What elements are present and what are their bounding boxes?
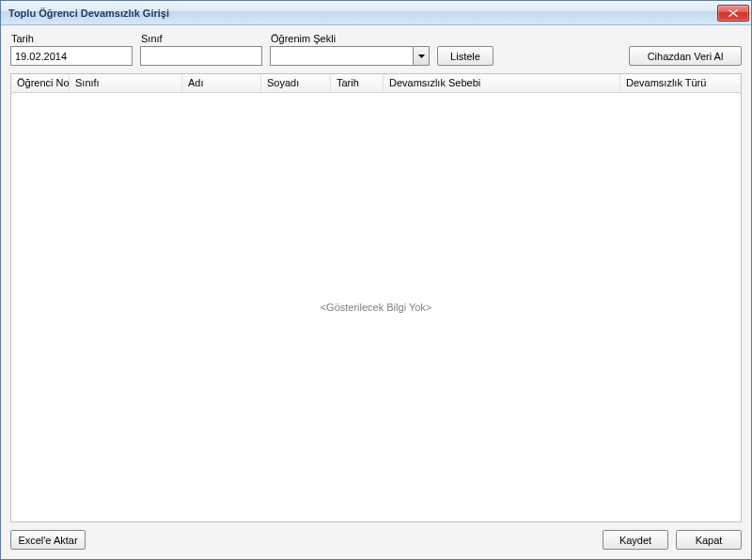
export-excel-button[interactable]: Excel'e Aktar <box>10 530 86 550</box>
col-absence-reason[interactable]: Devamsızlık Sebebi <box>384 74 620 92</box>
col-student-no[interactable]: Öğrenci No <box>11 74 70 92</box>
education-type-dropdown-button[interactable] <box>413 47 429 65</box>
col-absence-type[interactable]: Devamsızlık Türü <box>620 74 741 92</box>
education-type-label: Öğrenim Şekli <box>270 33 430 44</box>
close-button[interactable]: Kapat <box>676 530 742 550</box>
col-last-name[interactable]: Soyadı <box>261 74 331 92</box>
col-class[interactable]: Sınıfı <box>70 74 182 92</box>
titlebar: Toplu Öğrenci Devamsızlık Girişi <box>1 1 751 25</box>
dialog-window: Toplu Öğrenci Devamsızlık Girişi Tarih S… <box>0 0 752 560</box>
list-button[interactable]: Listele <box>437 46 494 66</box>
date-input-text[interactable] <box>11 47 149 65</box>
close-icon <box>728 9 738 17</box>
col-date[interactable]: Tarih <box>331 74 384 92</box>
save-button[interactable]: Kaydet <box>603 530 668 550</box>
education-type-input-text[interactable] <box>271 47 413 65</box>
filter-bar: Tarih Sınıf Öğrenim Şekli <box>10 33 742 66</box>
class-label: Sınıf <box>140 33 262 44</box>
grid-header: Öğrenci No Sınıfı Adı Soyadı Tarih Devam… <box>11 74 741 93</box>
class-input[interactable] <box>140 46 262 66</box>
col-first-name[interactable]: Adı <box>182 74 261 92</box>
client-area: Tarih Sınıf Öğrenim Şekli <box>1 25 751 559</box>
close-window-button[interactable] <box>717 5 749 22</box>
class-field-group: Sınıf <box>140 33 262 66</box>
device-import-button[interactable]: Cihazdan Veri Al <box>629 46 742 66</box>
date-label: Tarih <box>10 33 133 44</box>
date-field-group: Tarih <box>10 33 133 66</box>
footer-bar: Excel'e Aktar Kaydet Kapat <box>10 530 742 550</box>
data-grid: Öğrenci No Sınıfı Adı Soyadı Tarih Devam… <box>10 73 742 522</box>
chevron-down-icon <box>418 54 425 58</box>
date-input[interactable] <box>10 46 133 66</box>
grid-empty-text: <Gösterilecek Bilgi Yok> <box>11 302 741 313</box>
grid-body: <Gösterilecek Bilgi Yok> <box>11 93 741 521</box>
class-input-text[interactable] <box>141 47 278 65</box>
education-type-input[interactable] <box>270 46 430 66</box>
education-type-field-group: Öğrenim Şekli <box>270 33 430 66</box>
window-title: Toplu Öğrenci Devamsızlık Girişi <box>8 8 717 19</box>
